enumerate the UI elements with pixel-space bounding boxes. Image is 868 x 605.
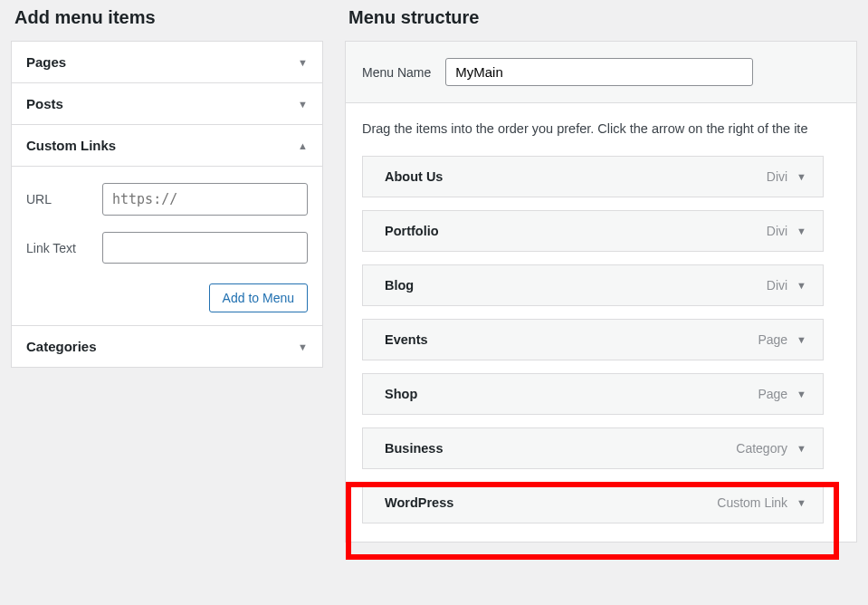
menu-item-title: WordPress	[385, 495, 453, 510]
custom-links-panel: URL Link Text Add to Menu	[12, 167, 322, 326]
add-items-heading: Add menu items	[11, 7, 323, 28]
chevron-down-icon: ▼	[298, 99, 308, 110]
chevron-down-icon[interactable]: ▼	[796, 280, 806, 291]
accordion-custom-links[interactable]: Custom Links ▲	[12, 125, 322, 167]
menu-name-label: Menu Name	[362, 65, 431, 80]
menu-item-title: Business	[385, 441, 443, 456]
accordion-pages[interactable]: Pages ▼	[12, 42, 322, 83]
menu-name-input[interactable]	[445, 58, 753, 86]
chevron-down-icon: ▼	[298, 57, 308, 68]
chevron-down-icon[interactable]: ▼	[796, 497, 806, 508]
menu-item[interactable]: EventsPage▼	[362, 319, 824, 360]
accordion-custom-links-label: Custom Links	[26, 138, 116, 153]
menu-item[interactable]: WordPressCustom Link▼	[362, 482, 824, 523]
menu-item[interactable]: BusinessCategory▼	[362, 427, 824, 469]
chevron-down-icon[interactable]: ▼	[796, 443, 806, 454]
url-label: URL	[26, 192, 102, 206]
menu-item-title: Events	[385, 332, 428, 347]
chevron-down-icon[interactable]: ▼	[796, 171, 806, 182]
menu-item-type: Category	[736, 441, 787, 456]
menu-item-type: Custom Link	[717, 495, 787, 510]
chevron-down-icon[interactable]: ▼	[796, 226, 806, 236]
url-input[interactable]	[102, 183, 308, 216]
accordion-posts[interactable]: Posts ▼	[12, 83, 322, 125]
chevron-up-icon: ▲	[298, 140, 308, 151]
chevron-down-icon[interactable]: ▼	[796, 334, 806, 345]
menu-item-title: Portfolio	[385, 224, 439, 238]
menu-items-list: About UsDivi▼PortfolioDivi▼BlogDivi▼Even…	[346, 143, 856, 542]
menu-item-type: Divi	[767, 278, 787, 293]
chevron-down-icon[interactable]: ▼	[796, 389, 806, 399]
menu-item-type: Divi	[767, 224, 787, 238]
menu-item[interactable]: ShopPage▼	[362, 373, 824, 415]
menu-item-title: Blog	[385, 278, 414, 293]
menu-item[interactable]: PortfolioDivi▼	[362, 210, 824, 252]
add-to-menu-button[interactable]: Add to Menu	[209, 283, 308, 312]
menu-item[interactable]: BlogDivi▼	[362, 264, 824, 306]
accordion-categories[interactable]: Categories ▼	[12, 326, 322, 367]
chevron-down-icon: ▼	[298, 341, 308, 352]
link-text-label: Link Text	[26, 241, 102, 255]
menu-item-type: Page	[758, 332, 787, 347]
menu-structure-panel: Menu Name Drag the items into the order …	[345, 41, 857, 543]
accordion-pages-label: Pages	[26, 54, 66, 70]
menu-item-title: About Us	[385, 169, 443, 184]
menu-item-type: Divi	[767, 169, 787, 184]
accordion-posts-label: Posts	[26, 96, 63, 111]
menu-item-title: Shop	[385, 387, 417, 401]
accordion: Pages ▼ Posts ▼ Custom Links ▲ URL	[11, 41, 323, 368]
menu-item-type: Page	[758, 387, 787, 401]
link-text-input[interactable]	[102, 232, 308, 264]
instructions-text: Drag the items into the order you prefer…	[346, 103, 856, 143]
accordion-categories-label: Categories	[26, 339, 97, 354]
menu-item[interactable]: About UsDivi▼	[362, 156, 824, 197]
menu-structure-heading: Menu structure	[345, 7, 857, 28]
